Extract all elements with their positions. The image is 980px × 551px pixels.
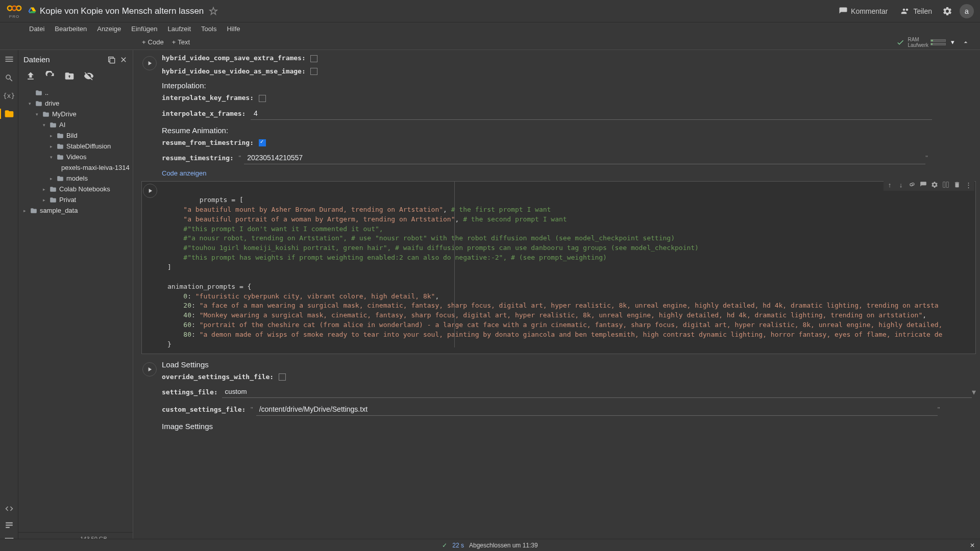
resume-timestring-input[interactable] — [244, 152, 925, 164]
upload-icon[interactable] — [26, 71, 36, 81]
form-cell-2: Load Settings override_settings_with_fil… — [141, 360, 976, 431]
refresh-icon[interactable] — [45, 71, 55, 81]
status-bar: ✓ 22 s Abgeschlossen um 11:39 ✕ — [0, 539, 980, 551]
menu-einfuegen[interactable]: Einfügen — [127, 24, 162, 34]
status-check-icon: ✓ — [442, 542, 447, 549]
drive-icon — [28, 7, 37, 16]
hybrid-extra-checkbox[interactable] — [310, 55, 317, 62]
status-close-icon[interactable]: ✕ — [970, 542, 975, 549]
avatar[interactable]: a — [960, 4, 974, 18]
menu-laufzeit[interactable]: Laufzeit — [163, 24, 196, 34]
command-palette-icon[interactable] — [5, 520, 14, 530]
resume-ts-label: resume_from_timestring: — [162, 139, 254, 146]
tree-ai[interactable]: ▾AI — [21, 119, 130, 130]
form-cell-1: hybrid_video_comp_save_extra_frames: hyb… — [141, 54, 976, 177]
collapse-panel-icon[interactable] — [960, 36, 972, 48]
add-text-button[interactable]: + Text — [168, 37, 194, 47]
interp-key-checkbox[interactable] — [259, 95, 266, 102]
svg-point-0 — [8, 6, 12, 10]
header: PRO Kopie von Kopie von Mensch altern la… — [0, 0, 980, 22]
sidebar-title: Dateien — [23, 55, 107, 64]
resources-indicator[interactable]: RAM Laufwerk — [908, 37, 946, 48]
hybrid-mse-label: hybrid_video_use_video_as_mse_image: — [162, 67, 306, 75]
settings-file-select[interactable]: custom — [222, 386, 972, 398]
interpolation-heading: Interpolation: — [162, 81, 976, 90]
code-snippets-icon[interactable] — [5, 504, 14, 513]
colab-logo: PRO — [6, 3, 22, 19]
ram-meter — [930, 39, 946, 42]
runtime-menu-caret[interactable]: ▾ — [949, 36, 957, 48]
svg-rect-8 — [110, 58, 114, 63]
tree-mydrive[interactable]: ▾MyDrive — [21, 109, 130, 119]
new-window-icon[interactable] — [107, 56, 115, 64]
tree-stablediffusion[interactable]: ▸StableDiffusion — [21, 141, 130, 152]
tree-drive[interactable]: ▾drive — [21, 98, 130, 109]
document-title[interactable]: Kopie von Kopie von Mensch altern lassen — [40, 6, 204, 16]
comment-label: Kommentar — [851, 7, 888, 15]
hybrid-mse-checkbox[interactable] — [310, 68, 317, 75]
sidebar-toolbar — [18, 67, 133, 85]
search-icon[interactable] — [5, 73, 14, 83]
check-icon — [896, 38, 904, 46]
tree-colab-notebooks[interactable]: ▸Colab Notebooks — [21, 184, 130, 194]
override-checkbox[interactable] — [279, 373, 286, 381]
share-button[interactable]: Teilen — [898, 5, 935, 18]
menu-tools[interactable]: Tools — [197, 24, 221, 34]
tree-privat[interactable]: ▸Privat — [21, 194, 130, 205]
add-code-label: Code — [148, 38, 164, 46]
notebook-content[interactable]: hybrid_video_comp_save_extra_frames: hyb… — [133, 50, 980, 551]
code-ruler — [454, 182, 455, 347]
variables-icon[interactable]: {x} — [3, 92, 15, 99]
svg-point-1 — [16, 6, 21, 10]
mount-drive-icon[interactable] — [64, 71, 75, 81]
tree-videos[interactable]: ▾Videos — [21, 152, 130, 162]
custom-settings-input[interactable] — [256, 403, 938, 416]
hide-icon[interactable] — [84, 71, 94, 81]
code-cell: ↑ ↓ ⋮ prompts = [ "a beautiful mount by … — [141, 181, 976, 354]
tree-sample-data[interactable]: ▸sample_data — [21, 205, 130, 216]
share-label: Teilen — [913, 7, 932, 15]
run-button[interactable] — [142, 362, 157, 377]
svg-point-2 — [12, 6, 17, 10]
star-button[interactable] — [209, 7, 218, 16]
menu-bar: Datei Bearbeiten Anzeige Einfügen Laufze… — [0, 22, 980, 35]
run-button[interactable] — [142, 56, 157, 70]
file-tree[interactable]: .. ▾drive ▾MyDrive ▾AI ▸Bild ▸StableDiff… — [18, 85, 133, 532]
chevron-down-icon: ▾ — [972, 387, 976, 397]
tree-bild[interactable]: ▸Bild — [21, 130, 130, 141]
override-label: override_settings_with_file: — [162, 373, 274, 381]
resume-ts-checkbox[interactable] — [259, 139, 266, 146]
svg-rect-4 — [6, 524, 13, 525]
close-sidebar-icon[interactable] — [119, 56, 128, 64]
tree-parent-dir[interactable]: .. — [21, 87, 130, 98]
toc-icon[interactable] — [4, 54, 14, 64]
tree-video-file[interactable]: pexels-maxi-leiva-1314... — [21, 162, 130, 173]
run-button[interactable] — [143, 184, 157, 198]
status-duration: 22 s — [452, 542, 464, 549]
gear-icon[interactable] — [942, 6, 952, 16]
hybrid-extra-label: hybrid_video_comp_save_extra_frames: — [162, 54, 306, 62]
show-code-link[interactable]: Code anzeigen — [162, 169, 976, 177]
add-code-button[interactable]: + Code — [138, 37, 168, 47]
svg-rect-3 — [6, 522, 13, 523]
files-icon[interactable] — [0, 109, 14, 119]
interp-x-input[interactable] — [251, 107, 932, 120]
comment-button[interactable]: Kommentar — [836, 5, 891, 18]
menu-hilfe[interactable]: Hilfe — [222, 24, 244, 34]
settings-file-label: settings_file: — [162, 388, 218, 396]
tree-models[interactable]: ▸models — [21, 173, 130, 184]
toolbar: + Code + Text RAM Laufwerk ▾ — [0, 35, 980, 50]
disk-label: Laufwerk — [908, 42, 928, 48]
menu-bearbeiten[interactable]: Bearbeiten — [50, 24, 91, 34]
disk-meter — [930, 43, 946, 45]
status-message: Abgeschlossen um 11:39 — [469, 542, 538, 549]
svg-rect-5 — [6, 527, 10, 528]
code-editor[interactable]: prompts = [ "a beautiful mount by Asher … — [162, 182, 975, 353]
interp-x-label: interpolate_x_frames: — [162, 110, 246, 117]
sidebar-header: Dateien — [18, 50, 133, 67]
custom-settings-label: custom_settings_file: — [162, 406, 246, 413]
menu-anzeige[interactable]: Anzeige — [92, 24, 126, 34]
resume-timestring-label: resume_timestring: — [162, 154, 234, 162]
left-rail: {x} — [0, 50, 18, 551]
menu-datei[interactable]: Datei — [24, 24, 49, 34]
